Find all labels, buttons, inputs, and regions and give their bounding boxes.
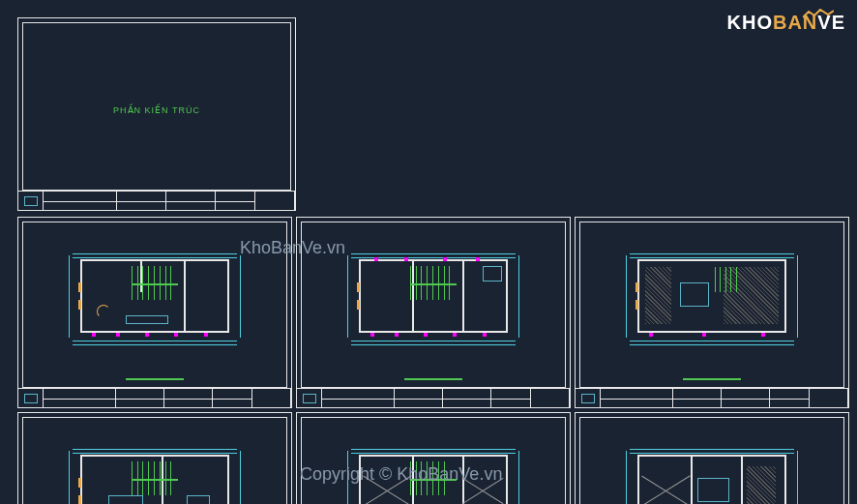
titleblock-client xyxy=(117,192,166,210)
brand-logo: KHOBANVE xyxy=(727,12,845,34)
titleblock xyxy=(18,191,295,210)
plan-title-underline xyxy=(683,378,741,380)
stair-icon xyxy=(132,266,178,301)
floor-plan xyxy=(57,247,252,354)
ceiling-plan xyxy=(614,442,810,504)
titleblock-drawn xyxy=(166,192,216,210)
titleblock-sheet-no xyxy=(255,192,295,210)
stair-icon xyxy=(410,461,457,496)
stair-icon xyxy=(410,266,457,301)
titleblock xyxy=(576,388,848,407)
roof-plan xyxy=(614,247,810,354)
stair-icon xyxy=(132,461,178,496)
titleblock xyxy=(18,388,291,407)
drawing-sheet-plan-1[interactable] xyxy=(17,217,292,408)
plan-title-underline xyxy=(126,378,184,380)
roof-icon xyxy=(803,9,834,18)
drawing-sheet-ceiling-1[interactable] xyxy=(296,412,571,504)
drawing-sheet-roof[interactable] xyxy=(575,217,849,408)
drawing-sheet-cover[interactable]: PHẦN KIẾN TRÚC xyxy=(17,17,296,211)
wall-outline xyxy=(637,259,786,333)
floor-plan xyxy=(336,247,531,354)
wall-outline xyxy=(637,455,786,504)
cad-model-space[interactable]: KHOBANVE KhoBanVe.vn Copyright © KhoBanV… xyxy=(0,0,857,504)
titleblock xyxy=(297,388,570,407)
ceiling-plan xyxy=(336,442,531,504)
drawing-sheet-ceiling-2[interactable] xyxy=(575,412,849,504)
cover-title: PHẦN KIẾN TRÚC xyxy=(113,105,200,115)
plan-title-underline xyxy=(404,378,462,380)
drawing-sheet-plan-3[interactable] xyxy=(17,412,292,504)
titleblock-logo xyxy=(18,192,44,210)
titleblock-project xyxy=(44,192,117,210)
drawing-sheet-plan-2[interactable] xyxy=(296,217,571,408)
floor-plan xyxy=(57,442,252,504)
titleblock-scale xyxy=(216,192,255,210)
